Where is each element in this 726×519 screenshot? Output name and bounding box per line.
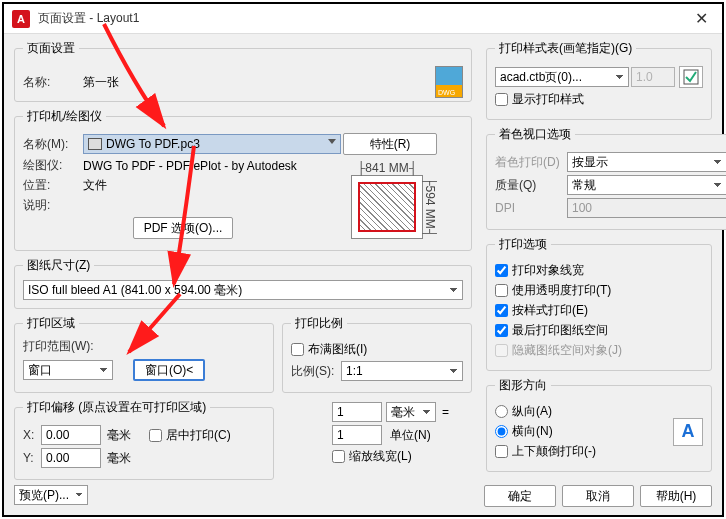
titlebar: A 页面设置 - Layout1 ✕ bbox=[4, 4, 722, 34]
opt-lw-label: 打印对象线宽 bbox=[512, 262, 584, 279]
preview-button[interactable]: 预览(P)... bbox=[14, 485, 88, 505]
plot-options-legend: 打印选项 bbox=[495, 236, 551, 253]
paper-size-group: 图纸尺寸(Z) ISO full bleed A1 (841.00 x 594.… bbox=[14, 257, 472, 309]
properties-button[interactable]: 特性(R) bbox=[343, 133, 437, 155]
opt-lw-checkbox[interactable] bbox=[495, 264, 508, 277]
pdf-options-button[interactable]: PDF 选项(O)... bbox=[133, 217, 234, 239]
offset-y-unit: 毫米 bbox=[107, 450, 131, 467]
quality-select[interactable]: 常规 bbox=[567, 175, 726, 195]
scale-lw-checkbox[interactable] bbox=[332, 450, 345, 463]
portrait-label: 纵向(A) bbox=[512, 403, 552, 420]
plot-offset-legend: 打印偏移 (原点设置在可打印区域) bbox=[23, 399, 210, 416]
desc-label: 说明: bbox=[23, 197, 83, 214]
show-styles-checkbox[interactable] bbox=[495, 93, 508, 106]
landscape-label: 横向(N) bbox=[512, 423, 553, 440]
center-label: 居中打印(C) bbox=[166, 428, 231, 442]
paper-size-legend: 图纸尺寸(Z) bbox=[23, 257, 94, 274]
printer-icon bbox=[88, 138, 102, 150]
plot-scale-legend: 打印比例 bbox=[291, 315, 347, 332]
opt-hide-checkbox bbox=[495, 344, 508, 357]
chevron-down-icon bbox=[328, 139, 336, 144]
upside-label: 上下颠倒打印(-) bbox=[512, 443, 596, 460]
scale-lw-label: 缩放线宽(L) bbox=[349, 448, 412, 465]
offset-y-label: Y: bbox=[23, 451, 41, 465]
location-label: 位置: bbox=[23, 177, 83, 194]
scale-num-unit-select[interactable]: 毫米 bbox=[386, 402, 436, 422]
plot-scale-group: 打印比例 布满图纸(I) 比例(S): 1:1 bbox=[282, 315, 472, 393]
opt-style-checkbox[interactable] bbox=[495, 304, 508, 317]
dwg-icon bbox=[435, 66, 463, 98]
opt-trans-checkbox[interactable] bbox=[495, 284, 508, 297]
opt-trans-label: 使用透明度打印(T) bbox=[512, 282, 611, 299]
help-button[interactable]: 帮助(H) bbox=[640, 485, 712, 507]
paper-size-select[interactable]: ISO full bleed A1 (841.00 x 594.00 毫米) bbox=[23, 280, 463, 300]
scale-eq: = bbox=[442, 405, 449, 419]
portrait-radio[interactable] bbox=[495, 405, 508, 418]
printer-device-name: DWG To PDF.pc3 bbox=[106, 137, 200, 151]
scale-num-input[interactable] bbox=[332, 402, 382, 422]
window-title: 页面设置 - Layout1 bbox=[38, 10, 689, 27]
offset-x-label: X: bbox=[23, 428, 41, 442]
printer-group: 打印机/绘图仪 名称(M): DWG To PDF.pc3 绘图仪 bbox=[14, 108, 472, 251]
location-value: 文件 bbox=[83, 177, 107, 194]
offset-x-input[interactable] bbox=[41, 425, 101, 445]
edit-style-icon[interactable] bbox=[679, 66, 703, 88]
shaded-legend: 着色视口选项 bbox=[495, 126, 575, 143]
printer-name-label: 名称(M): bbox=[23, 136, 83, 153]
shade-select[interactable]: 按显示 bbox=[567, 152, 726, 172]
plot-range-select[interactable]: 窗口 bbox=[23, 360, 113, 380]
orientation-icon: A bbox=[673, 418, 703, 446]
plot-area-group: 打印区域 打印范围(W): 窗口 窗口(O)< bbox=[14, 315, 274, 393]
style-slider-select[interactable]: 1.0 bbox=[631, 67, 675, 87]
page-setup-legend: 页面设置 bbox=[23, 40, 79, 57]
offset-y-input[interactable] bbox=[41, 448, 101, 468]
style-table-legend: 打印样式表(画笔指定)(G) bbox=[495, 40, 636, 57]
close-icon[interactable]: ✕ bbox=[689, 9, 714, 28]
paper-height-label: ├594 MM┤ bbox=[423, 177, 437, 237]
opt-last-checkbox[interactable] bbox=[495, 324, 508, 337]
plotter-value: DWG To PDF - PDF ePlot - by Autodesk bbox=[83, 159, 297, 173]
offset-x-unit: 毫米 bbox=[107, 427, 131, 444]
dpi-label: DPI bbox=[495, 201, 567, 215]
page-name-value: 第一张 bbox=[83, 74, 435, 91]
opt-hide-label: 隐藏图纸空间对象(J) bbox=[512, 342, 622, 359]
paper-hatch bbox=[358, 182, 416, 232]
quality-label: 质量(Q) bbox=[495, 177, 567, 194]
window-pick-button[interactable]: 窗口(O)< bbox=[133, 359, 205, 381]
upside-checkbox[interactable] bbox=[495, 445, 508, 458]
scale-den-input[interactable] bbox=[332, 425, 382, 445]
page-name-label: 名称: bbox=[23, 74, 83, 91]
scale-den-unit: 单位(N) bbox=[390, 427, 431, 444]
shade-label: 着色打印(D) bbox=[495, 154, 567, 171]
plot-range-label: 打印范围(W): bbox=[23, 338, 265, 355]
opt-last-label: 最后打印图纸空间 bbox=[512, 322, 608, 339]
shaded-group: 着色视口选项 着色打印(D) 按显示 质量(Q) 常规 DPI bbox=[486, 126, 726, 230]
show-styles-label: 显示打印样式 bbox=[512, 91, 584, 108]
plot-area-legend: 打印区域 bbox=[23, 315, 79, 332]
fit-label: 布满图纸(I) bbox=[308, 341, 367, 358]
plot-options-group: 打印选项 打印对象线宽 使用透明度打印(T) 按样式打印(E) 最后打印图纸空间… bbox=[486, 236, 712, 371]
page-setup-group: 页面设置 名称: 第一张 bbox=[14, 40, 472, 102]
style-table-select[interactable]: acad.ctb页(0)... bbox=[495, 67, 629, 87]
dpi-input bbox=[567, 198, 726, 218]
printer-select[interactable]: DWG To PDF.pc3 bbox=[83, 134, 341, 154]
scale-label: 比例(S): bbox=[291, 363, 341, 380]
plot-offset-group: 打印偏移 (原点设置在可打印区域) X: 毫米 居中打印(C) Y: 毫米 bbox=[14, 399, 274, 480]
paper-width-label: ├841 MM┤ bbox=[357, 161, 417, 175]
fit-checkbox[interactable] bbox=[291, 343, 304, 356]
printer-legend: 打印机/绘图仪 bbox=[23, 108, 106, 125]
orientation-group: 图形方向 纵向(A) 横向(N) 上下颠倒打印(-) A bbox=[486, 377, 712, 472]
orientation-legend: 图形方向 bbox=[495, 377, 551, 394]
app-icon: A bbox=[12, 10, 30, 28]
plotter-label: 绘图仪: bbox=[23, 157, 83, 174]
cancel-button[interactable]: 取消 bbox=[562, 485, 634, 507]
ok-button[interactable]: 确定 bbox=[484, 485, 556, 507]
paper-preview: ├841 MM┤ ├594 MM┤ bbox=[351, 175, 423, 239]
style-table-group: 打印样式表(画笔指定)(G) acad.ctb页(0)... 1.0 显示打印样… bbox=[486, 40, 712, 120]
landscape-radio[interactable] bbox=[495, 425, 508, 438]
opt-style-label: 按样式打印(E) bbox=[512, 302, 588, 319]
scale-select[interactable]: 1:1 bbox=[341, 361, 463, 381]
center-checkbox[interactable] bbox=[149, 429, 162, 442]
